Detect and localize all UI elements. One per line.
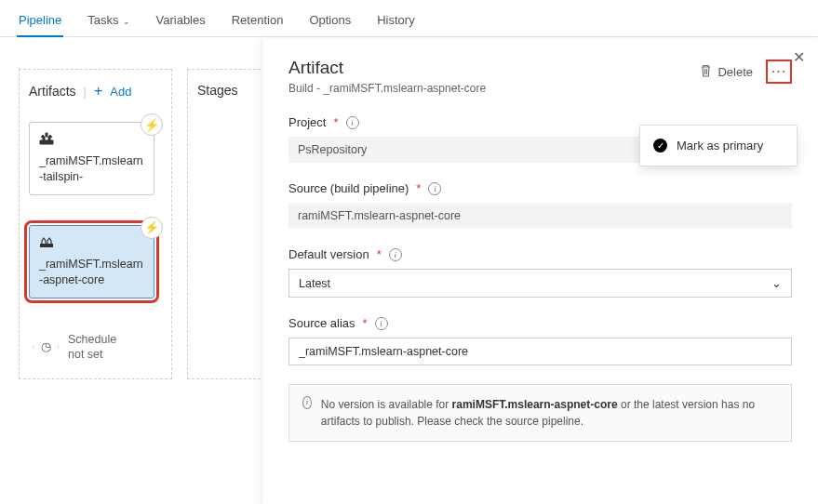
tab-tasks[interactable]: Tasks⌄ [86,7,131,36]
add-artifact-button[interactable]: Add [110,85,131,99]
alias-input[interactable] [288,338,792,365]
schedule-button[interactable]: ◷ Schedule not set [29,328,162,366]
info-icon[interactable]: i [346,116,359,129]
tab-history[interactable]: History [375,7,416,36]
plus-icon: + [94,83,102,99]
version-select[interactable]: Latest ⌄ [288,269,792,298]
more-actions-button[interactable]: ··· [766,60,792,84]
artifact-panel: ✕ Artifact Build - _ramiMSFT.mslearn-asp… [261,39,818,504]
svg-rect-1 [40,244,53,247]
source-field: ramiMSFT.mslearn-aspnet-core [288,203,792,229]
trigger-badge[interactable]: ⚡ [141,217,163,239]
version-label: Default version [288,247,369,261]
source-label: Source (build pipeline) [288,181,409,195]
mark-primary-item[interactable]: ✓ Mark as primary [640,131,797,160]
project-label: Project [288,115,326,129]
stages-title: Stages [197,83,238,98]
artifact-name: _ramiMSFT.mslearn-aspnet-core [39,257,144,288]
artifact-name: _ramiMSFT.mslearn-tailspin- [39,153,144,185]
info-icon[interactable]: i [375,317,388,330]
artifacts-column: Artifacts | + Add ⚡ _ramiMSFT.mslearn-ta… [19,69,172,379]
build-icon [39,132,144,148]
more-actions-menu: ✓ Mark as primary [639,125,798,166]
alias-label: Source alias [288,316,355,330]
lightning-icon: ⚡ [144,220,159,234]
ellipsis-icon: ··· [771,63,786,80]
warning-message: i No version is available for ramiMSFT.m… [288,384,792,442]
info-icon[interactable]: i [428,182,441,195]
trigger-badge[interactable]: ⚡ [141,113,163,136]
info-icon: i [302,396,312,409]
artifact-card[interactable]: ⚡ _ramiMSFT.mslearn-tailspin- [29,122,154,195]
close-icon[interactable]: ✕ [793,48,805,66]
chevron-down-icon: ⌄ [123,17,130,26]
tab-bar: Pipeline Tasks⌄ Variables Retention Opti… [0,0,818,37]
tab-options[interactable]: Options [307,7,353,36]
delete-button[interactable]: Delete [700,64,753,80]
check-circle-icon: ✓ [653,139,667,153]
panel-subtitle: Build - _ramiMSFT.mslearn-aspnet-core [288,82,486,95]
artifact-card-selected[interactable]: ⚡ _ramiMSFT.mslearn-aspnet-core [29,225,154,298]
tab-retention[interactable]: Retention [230,7,286,36]
tab-variables[interactable]: Variables [154,7,208,36]
tab-pipeline[interactable]: Pipeline [17,7,63,36]
lightning-icon: ⚡ [144,118,159,132]
panel-title: Artifact [288,58,486,78]
trash-icon [700,64,712,80]
artifacts-title: Artifacts [29,84,76,99]
svg-rect-0 [40,140,53,144]
build-icon [39,235,144,251]
info-icon[interactable]: i [389,248,402,261]
chevron-down-icon: ⌄ [771,276,782,290]
clock-icon: ◷ [41,339,51,353]
